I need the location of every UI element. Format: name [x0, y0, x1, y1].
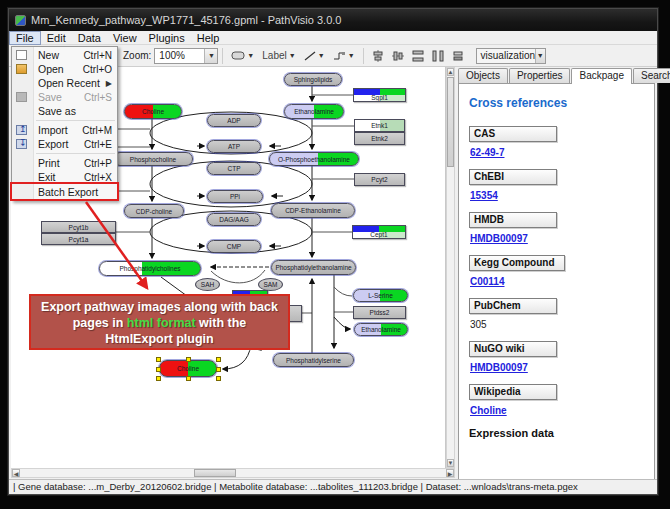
menu-item-label: Export — [38, 138, 68, 150]
node-adp[interactable]: ADP — [207, 114, 261, 127]
chevron-down-icon[interactable]: ▼ — [204, 49, 217, 63]
menu-plugins[interactable]: Plugins — [143, 31, 191, 45]
xref-link[interactable]: HMDB00097 — [470, 233, 528, 244]
tab-objects[interactable]: Objects — [458, 68, 508, 83]
chevron-down-icon[interactable]: ▼ — [535, 49, 545, 63]
selection-handle[interactable] — [186, 376, 191, 381]
expression-data-heading: Expression data — [469, 427, 654, 439]
selection-handle[interactable] — [156, 367, 161, 372]
node-choline[interactable]: Choline — [159, 360, 217, 377]
title-bar[interactable]: Mm_Kennedy_pathway_WP1771_45176.gpml - P… — [9, 9, 657, 31]
vertical-scroll-thumb[interactable] — [447, 77, 454, 167]
node-atp[interactable]: ATP — [207, 140, 261, 153]
node-phosphocholine[interactable]: Phosphocholine — [113, 152, 193, 166]
line-tool-button[interactable]: ▼ — [301, 47, 328, 65]
file-menu-item-print[interactable]: PrintCtrl+P — [12, 156, 117, 170]
xref-link[interactable]: C00114 — [470, 276, 504, 287]
file-menu-item-save[interactable]: SaveCtrl+S — [12, 90, 117, 104]
chevron-down-icon[interactable]: ▼ — [318, 52, 325, 59]
connector-tool-button[interactable]: ▼ — [330, 47, 358, 65]
node-ethanolamine[interactable]: Ethanolamine — [284, 104, 344, 119]
scroll-right-arrow-icon[interactable]: ▶ — [446, 469, 454, 477]
xref-value: HMDB00097 — [470, 233, 654, 244]
node-sphingolipids[interactable]: Sphingolipids — [284, 73, 342, 86]
xref-link[interactable]: Choline — [470, 405, 507, 416]
file-menu-item-import[interactable]: ImportCtrl+M — [12, 123, 117, 137]
scroll-up-arrow-icon[interactable]: ▲ — [447, 68, 454, 76]
tab-search[interactable]: Search — [633, 68, 670, 83]
label-button-text: Label — [262, 50, 286, 61]
file-menu-item-new[interactable]: NewCtrl+N — [12, 48, 117, 62]
align-middle-button[interactable] — [389, 47, 407, 65]
selection-handle[interactable] — [216, 357, 221, 362]
node-ppi[interactable]: PPi — [207, 190, 263, 203]
node-l-serine[interactable]: L-Serine — [353, 289, 408, 302]
node-pcyt1a[interactable]: Pcyt1a — [41, 233, 116, 245]
selection-handle[interactable] — [186, 357, 191, 362]
node-ptdss2[interactable]: Ptdss2 — [353, 306, 406, 319]
file-menu-item-open[interactable]: OpenCtrl+O — [12, 62, 117, 76]
add-datanode-button[interactable]: ▼ — [228, 47, 257, 65]
panel-tab-strip: ObjectsPropertiesBackpageSearchLegend — [458, 68, 670, 83]
node-o-phosphoethanolamine[interactable]: O-Phosphoethanolamine — [269, 152, 359, 166]
node-cmp[interactable]: CMP — [207, 240, 261, 253]
xref-section-cas: CAS62-49-7 — [469, 126, 654, 158]
node-cdp-choline[interactable]: CDP-choline — [124, 204, 184, 218]
node-sgpl1[interactable]: Sgpl1 — [353, 88, 406, 102]
node-etnk2[interactable]: Etnk2 — [354, 132, 405, 145]
menu-file[interactable]: File — [9, 31, 41, 45]
node-cdp-ethanolamine[interactable]: CDP-Ethanolamine — [271, 203, 355, 218]
distribute-horizontal-button[interactable] — [409, 47, 427, 65]
menu-bar: FileEditDataViewPluginsHelp — [9, 31, 657, 45]
vertical-scrollbar[interactable]: ▲ ▼ — [446, 67, 455, 468]
selection-handle[interactable] — [156, 376, 161, 381]
zoom-label: Zoom: — [123, 50, 151, 61]
node-dag-aag[interactable]: DAG/AAG — [207, 213, 261, 226]
node-pcyt2[interactable]: Pcyt2 — [354, 173, 405, 186]
chevron-down-icon[interactable]: ▼ — [289, 52, 296, 59]
node-ethanolamine[interactable]: Ethanolamine — [354, 323, 408, 336]
file-menu-item-export[interactable]: ExportCtrl+E — [12, 137, 117, 151]
menu-data[interactable]: Data — [72, 31, 107, 45]
menu-help[interactable]: Help — [191, 31, 226, 45]
node-choline[interactable]: Choline — [124, 104, 182, 119]
horizontal-scroll-thumb[interactable] — [194, 469, 236, 477]
xref-link[interactable]: 15354 — [470, 190, 498, 201]
node-phosphatidylethanolamine[interactable]: Phosphatidylethanolamine — [271, 260, 356, 275]
stack-button[interactable] — [449, 47, 467, 65]
node-cept1[interactable]: Cept1 — [352, 225, 406, 239]
node-pcyt1b[interactable]: Pcyt1b — [41, 221, 116, 233]
window-title: Mm_Kennedy_pathway_WP1771_45176.gpml - P… — [31, 14, 341, 26]
xref-link[interactable]: HMDB00097 — [470, 362, 528, 373]
selection-handle[interactable] — [216, 367, 221, 372]
menu-view[interactable]: View — [107, 31, 143, 45]
tab-backpage[interactable]: Backpage — [571, 68, 631, 84]
tab-properties[interactable]: Properties — [509, 68, 571, 83]
file-menu-item-save-as[interactable]: Save as — [12, 104, 117, 118]
xref-link[interactable]: 62-49-7 — [470, 147, 504, 158]
chevron-down-icon[interactable]: ▼ — [348, 52, 355, 59]
selection-handle[interactable] — [216, 376, 221, 381]
chevron-down-icon[interactable]: ▼ — [247, 52, 254, 59]
node-ctp[interactable]: CTP — [207, 162, 261, 175]
file-menu-item-exit[interactable]: ExitCtrl+X — [12, 170, 117, 184]
node-phosphatidylserine[interactable]: Phosphatidylserine — [273, 353, 354, 367]
add-label-button[interactable]: Label ▼ — [259, 47, 298, 65]
node-label: ATP — [228, 143, 240, 150]
distribute-vertical-button[interactable] — [429, 47, 447, 65]
scroll-down-arrow-icon[interactable]: ▼ — [447, 459, 454, 467]
menu-edit[interactable]: Edit — [41, 31, 72, 45]
node-etnk1[interactable]: Etnk1 — [354, 119, 405, 132]
align-center-button[interactable] — [369, 47, 387, 65]
toolbar-separator — [363, 48, 364, 64]
zoom-combobox[interactable]: 100% ▼ — [154, 48, 218, 64]
file-menu-item-open-recent[interactable]: Open Recent▶ — [12, 76, 117, 90]
node-sah[interactable]: SAH — [195, 278, 220, 291]
selection-handle[interactable] — [156, 357, 161, 362]
file-menu-item-batch-export[interactable]: Batch Export — [12, 184, 117, 199]
visualization-combobox[interactable]: visualization ▼ — [476, 48, 546, 64]
submenu-arrow-icon: ▶ — [106, 79, 112, 88]
scroll-left-arrow-icon[interactable]: ◀ — [12, 469, 20, 477]
node-phosphatidylcholines[interactable]: Phosphatidylcholines — [99, 261, 201, 276]
horizontal-scrollbar[interactable]: ◀ ▶ — [11, 468, 455, 478]
